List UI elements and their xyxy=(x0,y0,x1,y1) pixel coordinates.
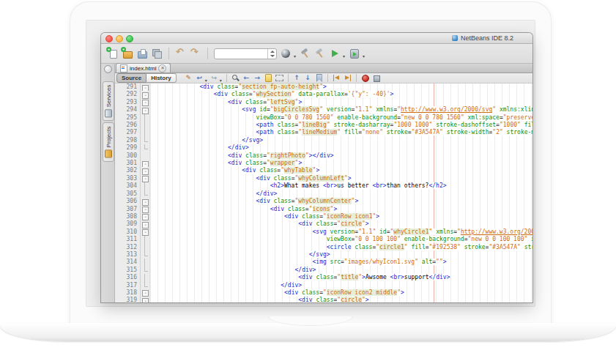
fold-gutter xyxy=(141,190,150,198)
line-number: 308 xyxy=(115,213,141,220)
minimize-window-button[interactable] xyxy=(116,35,123,42)
code-line: 316<div class="title">Awsome <br>support… xyxy=(115,274,532,281)
line-number: 312 xyxy=(115,244,141,251)
toggle-highlight-icon[interactable] xyxy=(264,73,273,83)
sidebar-tab-projects[interactable]: Projects xyxy=(103,122,114,162)
jump-back-icon[interactable] xyxy=(195,73,204,83)
code-line: 313</svg> xyxy=(115,251,532,259)
collapse-fold-icon[interactable]: - xyxy=(142,290,149,297)
code-line: 307-<div class="icons"> xyxy=(115,206,532,213)
editor-tabstrip: index.html × xyxy=(115,64,532,73)
fold-end xyxy=(144,190,148,196)
collapse-fold-icon[interactable]: - xyxy=(142,176,149,182)
collapse-fold-icon[interactable]: - xyxy=(142,161,149,168)
fold-gutter: - xyxy=(141,83,150,91)
netbeans-window: NetBeans IDE 8.2 ▾▾▾ Services xyxy=(101,33,532,302)
run-project-icon[interactable] xyxy=(329,48,341,59)
code-line: 298</svg> xyxy=(115,137,532,144)
stop-macro-icon[interactable] xyxy=(371,73,381,83)
sidebar-tab-services[interactable]: Services xyxy=(103,81,114,121)
fold-end xyxy=(144,137,148,142)
last-edit-icon[interactable] xyxy=(184,73,193,83)
collapse-fold-icon[interactable]: - xyxy=(142,108,149,114)
collapse-fold-icon[interactable]: - xyxy=(142,168,149,175)
rect-selection-icon[interactable] xyxy=(275,73,284,83)
toolbar-separator xyxy=(226,74,227,82)
browser-globe-dropdown-icon[interactable]: ▾ xyxy=(294,53,296,59)
code-rows: 291-<div class="section fp-auto-height">… xyxy=(115,83,532,302)
shift-left-icon[interactable] xyxy=(332,73,341,83)
find-next-icon[interactable] xyxy=(253,73,262,83)
collapse-fold-icon[interactable]: - xyxy=(142,199,149,206)
editor-toolbar-icons: ▾▾ xyxy=(184,73,381,83)
line-number: 315 xyxy=(115,267,141,274)
close-icon[interactable]: × xyxy=(158,64,166,73)
build-project-icon[interactable] xyxy=(300,48,311,59)
run-project-dropdown-icon[interactable]: ▾ xyxy=(343,53,345,59)
history-view-button[interactable]: History xyxy=(146,73,177,83)
collapse-fold-icon[interactable]: - xyxy=(142,100,149,106)
code-line: 306-<div class="whyColumnCenter"> xyxy=(115,198,532,205)
toggle-bookmark-icon[interactable] xyxy=(314,73,324,83)
clean-build-project-icon[interactable] xyxy=(314,48,326,59)
jump-back-dropdown-icon[interactable]: ▾ xyxy=(205,78,207,83)
undo-icon[interactable] xyxy=(175,48,187,59)
browser-globe-icon[interactable] xyxy=(280,48,292,59)
save-all-icon[interactable] xyxy=(151,48,163,59)
fold-gutter xyxy=(141,114,150,122)
new-file-icon[interactable] xyxy=(107,48,119,59)
fold-gutter xyxy=(141,129,150,136)
projects-icon xyxy=(105,149,112,157)
config-combobox[interactable] xyxy=(214,48,277,59)
record-macro-icon[interactable] xyxy=(360,73,370,83)
new-project-icon[interactable] xyxy=(122,48,133,59)
previous-bookmark-icon[interactable] xyxy=(292,73,302,83)
collapse-fold-icon[interactable]: - xyxy=(142,207,149,213)
tab-index-html[interactable]: index.html × xyxy=(116,63,171,73)
line-number: 297 xyxy=(115,129,141,136)
open-project-icon[interactable] xyxy=(136,48,148,59)
shift-right-icon[interactable] xyxy=(343,73,352,83)
collapse-fold-icon[interactable]: - xyxy=(142,214,149,220)
window-titlebar: NetBeans IDE 8.2 xyxy=(101,33,532,44)
line-number: 311 xyxy=(115,236,141,243)
code-line: 309-<div class="circle"> xyxy=(115,220,532,228)
laptop-lid: NetBeans IDE 8.2 ▾▾▾ Services xyxy=(70,1,552,324)
main-toolbar: ▾▾▾ xyxy=(101,44,532,64)
zoom-window-button[interactable] xyxy=(126,35,133,42)
fold-gutter xyxy=(141,122,150,129)
close-window-button[interactable] xyxy=(105,35,113,42)
source-view-button[interactable]: Source xyxy=(116,73,146,83)
sidebar-collapse-icon[interactable] xyxy=(104,65,112,73)
line-number: 309 xyxy=(115,220,141,228)
line-number: 316 xyxy=(115,274,141,281)
code-line: 315</div> xyxy=(115,267,532,274)
fold-line xyxy=(144,236,145,243)
jump-forward-icon[interactable] xyxy=(209,73,219,83)
code-text: </div> xyxy=(150,144,532,152)
code-text: viewBox="0 0 100 100" enable-background=… xyxy=(150,236,532,243)
find-icon[interactable] xyxy=(231,73,240,83)
debug-project-icon[interactable] xyxy=(349,48,360,59)
collapse-fold-icon[interactable]: - xyxy=(142,92,149,99)
next-bookmark-icon[interactable] xyxy=(303,73,313,83)
fold-gutter xyxy=(141,244,150,251)
debug-project-dropdown-icon[interactable]: ▾ xyxy=(363,53,365,59)
fold-end xyxy=(144,144,148,149)
collapse-fold-icon[interactable]: - xyxy=(142,229,149,236)
collapse-fold-icon[interactable]: - xyxy=(142,298,149,302)
code-line: 299</div> xyxy=(115,144,532,152)
code-editor[interactable]: 291-<div class="section fp-auto-height">… xyxy=(115,83,532,302)
collapse-fold-icon[interactable]: - xyxy=(142,85,149,92)
sidebar-tab-services-label: Services xyxy=(105,85,112,108)
find-previous-icon[interactable] xyxy=(242,73,251,83)
code-line: 312<circle class="circle1" fill="#192538… xyxy=(115,244,532,251)
jump-forward-dropdown-icon[interactable]: ▾ xyxy=(220,78,222,83)
collapse-fold-icon[interactable]: - xyxy=(142,222,149,229)
line-number: 292 xyxy=(115,91,141,98)
code-text: </div> xyxy=(150,267,532,274)
combobox-stepper-icon[interactable] xyxy=(267,49,276,59)
redo-icon[interactable] xyxy=(190,48,201,59)
sidebar-tab-projects-label: Projects xyxy=(105,127,112,148)
services-icon xyxy=(105,109,112,117)
